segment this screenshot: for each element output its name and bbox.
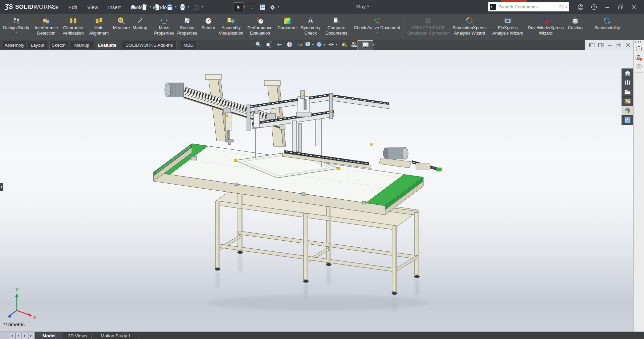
apply-scene-button[interactable] xyxy=(351,41,358,48)
custom-properties-tab[interactable] xyxy=(622,115,633,125)
hide-show-annotations-button[interactable]: A xyxy=(297,41,304,48)
last-tab-button[interactable] xyxy=(28,333,35,339)
zoom-to-fit-button[interactable] xyxy=(255,41,262,48)
view-settings-caret[interactable]: ▾ xyxy=(373,43,374,46)
previous-view-button[interactable] xyxy=(276,41,283,48)
first-tab-button[interactable] xyxy=(9,333,15,339)
file-explorer-tab[interactable] xyxy=(622,87,633,97)
tab-solidworks-add-ins[interactable]: SOLIDWORKS Add-Ins xyxy=(122,41,177,49)
tab-assembly[interactable]: Assembly xyxy=(3,41,26,49)
search-commands-box[interactable]: >_ ▾ xyxy=(488,2,569,11)
display-style-button[interactable] xyxy=(316,41,323,48)
record-video-button[interactable] xyxy=(635,54,643,61)
close-document-button[interactable] xyxy=(624,42,632,48)
hide-show-items-caret[interactable]: ▾ xyxy=(336,43,337,46)
tab-model[interactable]: Model xyxy=(36,332,62,339)
design-study-flyout-caret[interactable]: ▾ xyxy=(3,31,29,34)
command-tab-strip: AssemblyLayoutSketchMarkupEvaluateSOLIDW… xyxy=(0,40,585,50)
next-tab-button[interactable] xyxy=(22,333,28,339)
menu-insert[interactable]: Insert xyxy=(104,3,125,11)
rebuild-button[interactable] xyxy=(247,2,257,12)
minimize-document-button[interactable] xyxy=(606,42,614,48)
ribbon-mass-properties-button[interactable]: MassProperties xyxy=(154,15,174,36)
ribbon-measure-button[interactable]: Measure xyxy=(113,15,130,31)
ribbon-costing-button[interactable]: Costing xyxy=(568,15,583,31)
menu-file[interactable]: File xyxy=(46,3,62,11)
search-dropdown-caret[interactable]: ▾ xyxy=(566,5,567,9)
appearances-tab[interactable] xyxy=(622,106,633,115)
screenshot-tool-button[interactable] xyxy=(635,45,643,52)
options-button[interactable] xyxy=(267,2,277,12)
zoom-to-area-button[interactable] xyxy=(265,41,273,48)
section-view-button[interactable] xyxy=(286,41,293,48)
select-caret[interactable]: ▾ xyxy=(244,5,245,8)
help-button[interactable]: ? xyxy=(589,3,599,11)
user-account-button[interactable] xyxy=(576,3,586,11)
tab-evaluate[interactable]: Evaluate xyxy=(97,41,117,49)
collapse-right-pane-button[interactable] xyxy=(597,42,605,48)
cad-model[interactable] xyxy=(0,50,633,332)
task-pane-drag-handle[interactable] xyxy=(635,41,643,43)
ribbon-performance-evaluation-button[interactable]: PerformanceEvaluation xyxy=(248,15,272,36)
open-button[interactable] xyxy=(152,2,162,12)
ribbon-compare-documents-button[interactable]: ?CompareDocuments xyxy=(325,15,347,36)
prev-tab-button[interactable] xyxy=(15,333,22,339)
open-caret[interactable]: ▾ xyxy=(162,5,164,8)
ribbon-sensor-button[interactable]: Sensor xyxy=(201,15,215,31)
restore-document-button[interactable] xyxy=(615,42,623,48)
home-button[interactable] xyxy=(128,2,138,12)
design-library-tab[interactable] xyxy=(622,78,633,87)
designstudy-icon xyxy=(3,15,29,25)
ribbon-symmetry-check-button[interactable]: SymmetryCheck xyxy=(301,15,321,36)
menu-edit[interactable]: Edit xyxy=(64,3,81,11)
restore-app-button[interactable] xyxy=(616,3,626,11)
check-active-document-flyout-caret[interactable]: ▾ xyxy=(354,31,400,34)
ribbon-simulationxpress-analysis-wizard-button[interactable]: SimulationXpressAnalysis Wizard xyxy=(452,15,486,36)
save-button[interactable] xyxy=(165,2,175,12)
options-caret[interactable]: ▾ xyxy=(278,5,279,8)
ribbon-check-active-document-button[interactable]: Check Active Document▾ xyxy=(354,15,400,34)
print-caret[interactable]: ▾ xyxy=(188,5,189,8)
hide-show-items-button[interactable] xyxy=(328,41,335,48)
ribbon-driveworksxpress-wizard-button[interactable]: DriveWorksXpressWizard xyxy=(528,15,564,36)
view-orientation-caret[interactable]: ▾ xyxy=(312,43,314,46)
minimize-app-button[interactable] xyxy=(602,3,612,11)
graphics-area[interactable]: Y X *Trimetric xyxy=(0,50,633,332)
view-orientation-button[interactable] xyxy=(304,41,312,48)
save-caret[interactable]: ▾ xyxy=(175,5,176,8)
view-palette-tab[interactable] xyxy=(622,97,633,106)
ribbon-floxpress-analysis-wizard-button[interactable]: FloXpressAnalysis Wizard xyxy=(492,15,523,36)
file-properties-button[interactable] xyxy=(257,2,267,12)
tab-mbd[interactable]: MBD xyxy=(181,41,196,49)
featuremanager-collapsed-tab[interactable] xyxy=(0,183,3,191)
collapse-left-pane-button[interactable] xyxy=(588,42,596,48)
home-tab[interactable] xyxy=(622,68,633,78)
ribbon-clearance-verification-button[interactable]: ClearanceVerification xyxy=(62,15,84,36)
undo-caret[interactable]: ▾ xyxy=(202,5,203,8)
tab-motion-study-1[interactable]: Motion Study 1 xyxy=(93,332,139,339)
ribbon-section-properties-button[interactable]: SectionProperties xyxy=(177,15,197,36)
ribbon-hole-alignment-button[interactable]: HoleAlignment xyxy=(89,15,109,36)
search-icon[interactable] xyxy=(559,4,564,10)
search-input[interactable] xyxy=(498,4,559,10)
select-button[interactable] xyxy=(233,2,244,12)
ribbon-assembly-visualization-button[interactable]: AssemblyVisualization xyxy=(219,15,244,36)
edit-appearance-button[interactable] xyxy=(341,41,348,48)
undo-button[interactable] xyxy=(191,2,201,12)
close-app-button[interactable] xyxy=(629,3,639,11)
tab-sketch[interactable]: Sketch xyxy=(49,41,68,49)
ribbon-sustainability-button[interactable]: Sustainability xyxy=(594,15,620,31)
display-style-caret[interactable]: ▾ xyxy=(324,43,325,46)
view-settings-button[interactable] xyxy=(358,40,373,50)
ribbon-interference-detection-button[interactable]: InterferenceDetection xyxy=(35,15,58,36)
tab-markup[interactable]: Markup xyxy=(70,41,94,49)
menu-view[interactable]: View xyxy=(83,3,102,11)
new-document-caret[interactable]: ▾ xyxy=(150,5,151,8)
ribbon-markup-button[interactable]: Markup xyxy=(132,15,147,31)
ribbon-design-study-button[interactable]: Design Study▾ xyxy=(3,15,29,34)
new-document-button[interactable] xyxy=(139,2,149,12)
tab-layout[interactable]: Layout xyxy=(28,41,47,49)
print-button[interactable] xyxy=(177,2,187,12)
ribbon-curvature-button[interactable]: Curvature xyxy=(277,15,297,31)
tab-3d-views[interactable]: 3D Views xyxy=(65,332,90,339)
